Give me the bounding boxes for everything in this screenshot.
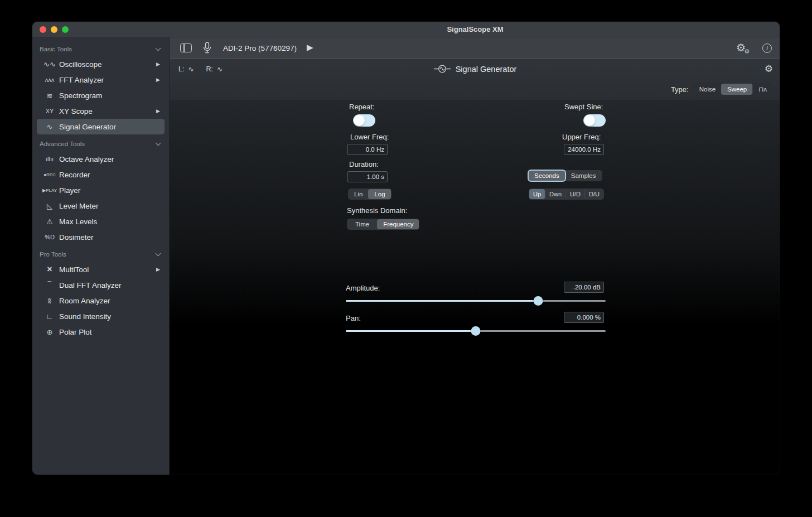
log-segment[interactable]: Log bbox=[368, 189, 390, 199]
play-button[interactable]: ▶ bbox=[307, 42, 313, 52]
seconds-segment[interactable]: Seconds bbox=[529, 171, 565, 181]
duration-input[interactable] bbox=[347, 171, 388, 182]
player-icon: ▶PLAY bbox=[40, 188, 59, 193]
tool-title-row: Signal Generator bbox=[170, 64, 780, 74]
toolbar: ADI-2 Pro (57760297) ▶ ⚙⚙ i bbox=[170, 37, 780, 59]
sidebar-item-polar-plot[interactable]: ⊕ Polar Plot bbox=[37, 324, 165, 340]
samples-segment[interactable]: Samples bbox=[565, 171, 602, 181]
microphone-icon[interactable] bbox=[203, 42, 211, 55]
slider-thumb[interactable] bbox=[533, 296, 543, 306]
chevron-down-icon bbox=[156, 251, 161, 257]
lower-freq-input[interactable] bbox=[347, 144, 388, 155]
synthesis-domain-segmented: Time Frequency bbox=[347, 219, 419, 230]
frequency-segment[interactable]: Frequency bbox=[377, 219, 419, 229]
chevron-down-icon bbox=[156, 141, 161, 146]
close-button[interactable] bbox=[40, 26, 46, 33]
sidebar-item-label: Sound Intensity bbox=[59, 312, 111, 321]
section-header-pro-tools[interactable]: Pro Tools bbox=[32, 245, 169, 262]
sidebar-item-label: MultiTool bbox=[59, 265, 89, 274]
sidebar-item-spectrogram[interactable]: ≋ Spectrogram bbox=[37, 88, 165, 103]
zoom-button[interactable] bbox=[62, 26, 69, 33]
sidebar-item-oscilloscope[interactable]: ∿∿ Oscilloscope ▶ bbox=[37, 56, 165, 72]
settings-gears-icon[interactable]: ⚙⚙ bbox=[736, 41, 746, 54]
sine-wave-icon bbox=[434, 64, 451, 74]
dual-fft-icon: ⌒ bbox=[40, 280, 59, 290]
type-waveform-segment[interactable]: ⊓ʌ bbox=[752, 84, 772, 95]
sidebar-item-label: Dual FFT Analyzer bbox=[59, 281, 122, 289]
sidebar: Basic Tools ∿∿ Oscilloscope ▶ ʌʌʌ FFT An… bbox=[32, 37, 170, 475]
direction-du-segment[interactable]: D/U bbox=[584, 189, 603, 199]
section-title: Pro Tools bbox=[40, 251, 66, 258]
submenu-arrow-icon[interactable]: ▶ bbox=[156, 61, 160, 67]
sidebar-item-level-meter[interactable]: ◺ Level Meter bbox=[37, 198, 165, 214]
max-levels-icon: ⚠ bbox=[40, 218, 59, 226]
sidebar-item-label: Oscilloscope bbox=[59, 60, 102, 69]
sidebar-item-label: Signal Generator bbox=[59, 123, 116, 131]
lower-freq-label: Lower Freq: bbox=[350, 133, 389, 141]
sidebar-item-label: FFT Analyzer bbox=[59, 76, 104, 84]
repeat-toggle[interactable] bbox=[353, 114, 375, 127]
sidebar-item-player[interactable]: ▶PLAY Player bbox=[37, 182, 165, 198]
upper-freq-label: Upper Freq: bbox=[562, 133, 601, 141]
section-title: Basic Tools bbox=[40, 46, 72, 52]
sidebar-item-multitool[interactable]: × MultiTool ▶ bbox=[37, 262, 165, 277]
sidebar-item-max-levels[interactable]: ⚠ Max Levels bbox=[37, 214, 165, 229]
type-noise-segment[interactable]: Noise bbox=[694, 84, 721, 95]
fft-analyzer-icon: ʌʌʌ bbox=[40, 76, 59, 83]
section-header-advanced-tools[interactable]: Advanced Tools bbox=[32, 134, 169, 151]
generator-header: L: ∿ R: ∿ Signal Gener bbox=[170, 59, 780, 100]
sidebar-item-xy-scope[interactable]: XY XY Scope ▶ bbox=[37, 103, 165, 119]
pan-value-input[interactable] bbox=[564, 312, 604, 323]
device-label[interactable]: ADI-2 Pro (57760297) bbox=[223, 44, 297, 52]
time-segment[interactable]: Time bbox=[347, 219, 377, 229]
generator-settings-gear-icon[interactable]: ⚙ bbox=[765, 63, 773, 75]
chevron-down-icon bbox=[156, 46, 161, 51]
amplitude-label: Amplitude: bbox=[346, 284, 380, 292]
tool-title: Signal Generator bbox=[456, 65, 517, 74]
type-sweep-segment[interactable]: Sweep bbox=[721, 84, 752, 95]
swept-sine-toggle[interactable] bbox=[583, 114, 606, 127]
traffic-lights bbox=[40, 26, 69, 33]
sidebar-item-signal-generator[interactable]: ∿ Signal Generator bbox=[37, 119, 165, 134]
sidebar-item-octave-analyzer[interactable]: ıllıı Octave Analyzer bbox=[37, 151, 165, 167]
upper-freq-input[interactable] bbox=[564, 144, 604, 155]
sidebar-item-label: Polar Plot bbox=[59, 328, 92, 336]
sidebar-item-dual-fft-analyzer[interactable]: ⌒ Dual FFT Analyzer bbox=[37, 277, 165, 293]
polar-plot-icon: ⊕ bbox=[40, 328, 59, 336]
submenu-arrow-icon[interactable]: ▶ bbox=[156, 267, 160, 272]
sidebar-item-room-analyzer[interactable]: ʬ Room Analyzer bbox=[37, 293, 165, 308]
slider-thumb[interactable] bbox=[471, 326, 481, 336]
direction-up-segment[interactable]: Up bbox=[529, 189, 545, 199]
submenu-arrow-icon[interactable]: ▶ bbox=[156, 77, 160, 83]
sidebar-item-dosimeter[interactable]: %D Dosimeter bbox=[37, 229, 165, 245]
oscilloscope-icon: ∿∿ bbox=[40, 60, 59, 69]
sidebar-toggle-icon[interactable] bbox=[180, 44, 192, 52]
octave-analyzer-icon: ıllıı bbox=[40, 156, 59, 162]
sidebar-item-sound-intensity[interactable]: ∟ Sound Intensity bbox=[37, 308, 165, 324]
sound-intensity-icon: ∟ bbox=[40, 312, 59, 321]
pan-slider[interactable] bbox=[346, 326, 606, 336]
scale-segmented: Lin Log bbox=[348, 189, 392, 200]
small-gear-icon: ⚙ bbox=[744, 48, 750, 55]
direction-ud-segment[interactable]: U/D bbox=[566, 189, 584, 199]
direction-dwn-segment[interactable]: Dwn bbox=[545, 189, 566, 199]
duration-units-segmented: Seconds Samples bbox=[528, 170, 602, 181]
sidebar-item-label: Spectrogram bbox=[59, 91, 102, 100]
sidebar-item-fft-analyzer[interactable]: ʌʌʌ FFT Analyzer ▶ bbox=[37, 72, 165, 88]
submenu-arrow-icon[interactable]: ▶ bbox=[156, 108, 160, 114]
sidebar-item-label: Dosimeter bbox=[59, 233, 94, 241]
amplitude-slider[interactable] bbox=[346, 296, 606, 306]
recorder-icon: ●REC bbox=[40, 172, 59, 177]
minimize-button[interactable] bbox=[51, 26, 57, 33]
info-icon[interactable]: i bbox=[762, 44, 772, 53]
multitool-icon: × bbox=[40, 264, 59, 274]
sidebar-item-label: Octave Analyzer bbox=[59, 155, 114, 163]
type-label: Type: bbox=[671, 85, 689, 94]
sidebar-item-label: Recorder bbox=[59, 171, 90, 179]
lin-segment[interactable]: Lin bbox=[349, 189, 368, 199]
level-meter-icon: ◺ bbox=[40, 202, 59, 210]
section-header-basic-tools[interactable]: Basic Tools bbox=[32, 40, 169, 56]
sidebar-item-recorder[interactable]: ●REC Recorder bbox=[37, 167, 165, 182]
slider-track[interactable] bbox=[346, 300, 606, 302]
amplitude-value-input[interactable] bbox=[564, 282, 604, 293]
